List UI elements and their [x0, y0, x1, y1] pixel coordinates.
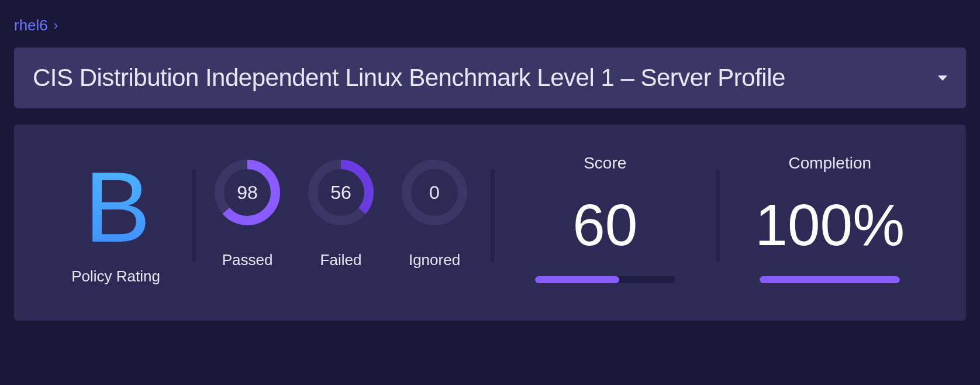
policy-rating-label: Policy Rating — [71, 267, 160, 286]
passed-metric: 98 Passed — [212, 157, 282, 286]
checks-section: 98 Passed 56 Failed — [196, 157, 491, 286]
ignored-value: 0 — [399, 157, 470, 228]
passed-value: 98 — [212, 157, 282, 228]
score-progress — [535, 276, 675, 283]
score-label: Score — [584, 154, 626, 173]
completion-label: Completion — [788, 154, 871, 173]
ignored-metric: 0 Ignored — [399, 157, 470, 286]
benchmark-title: CIS Distribution Independent Linux Bench… — [33, 64, 785, 92]
failed-metric: 56 Failed — [306, 157, 376, 286]
benchmark-selector[interactable]: CIS Distribution Independent Linux Bench… — [14, 47, 966, 108]
dashboard-panel: B Policy Rating 98 Passed — [14, 125, 966, 321]
breadcrumb-link-rhel6[interactable]: rhel6 — [14, 16, 48, 35]
completion-value: 100% — [755, 195, 905, 254]
passed-label: Passed — [222, 251, 273, 269]
policy-rating-grade: B — [84, 157, 147, 257]
completion-progress — [760, 276, 900, 283]
completion-section: Completion 100% — [720, 157, 941, 286]
divider — [192, 169, 196, 262]
policy-rating-section: B Policy Rating — [40, 157, 192, 286]
completion-progress-fill — [760, 276, 900, 283]
divider — [716, 169, 720, 262]
failed-value: 56 — [306, 157, 376, 228]
score-progress-fill — [535, 276, 619, 283]
divider — [491, 169, 495, 262]
chevron-right-icon: › — [54, 18, 58, 33]
score-section: Score 60 — [495, 157, 716, 286]
ignored-label: Ignored — [409, 251, 460, 269]
caret-down-icon — [938, 75, 947, 81]
score-value: 60 — [572, 195, 637, 254]
breadcrumb: rhel6 › — [14, 16, 966, 35]
failed-label: Failed — [320, 251, 362, 269]
